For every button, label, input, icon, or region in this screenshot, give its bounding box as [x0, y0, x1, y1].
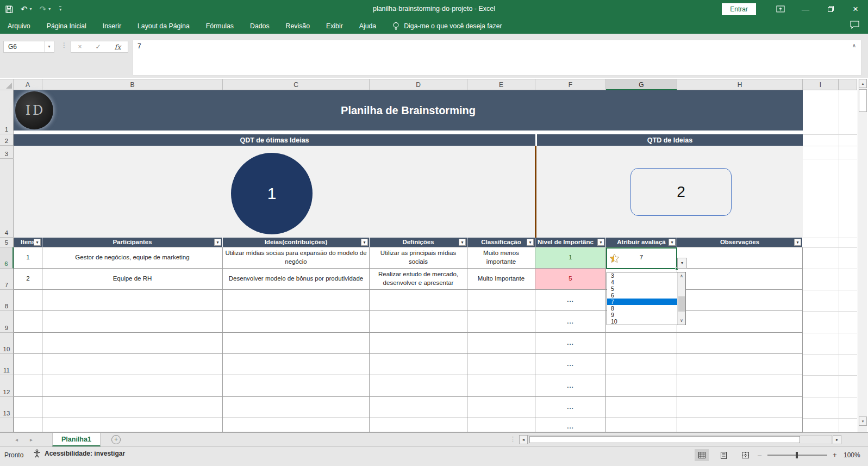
cell[interactable]	[14, 418, 42, 432]
tab-revisao[interactable]: Revisão	[286, 22, 310, 30]
column-header-e[interactable]: E	[467, 79, 535, 90]
tab-arquivo[interactable]: Arquivo	[8, 22, 30, 30]
ideas-count-shape[interactable]: 2	[630, 168, 732, 216]
column-header-d[interactable]: D	[370, 79, 467, 90]
filter-icon[interactable]: ▾	[214, 239, 221, 246]
cell[interactable]	[467, 418, 535, 432]
cell[interactable]	[606, 418, 677, 432]
row-header-11[interactable]: 11	[0, 354, 14, 375]
scrollbar-resize-handle[interactable]: ⋮	[510, 436, 516, 443]
tab-layout-da-pagina[interactable]: Layout da Página	[138, 22, 190, 30]
row-header-12[interactable]: 12	[0, 375, 14, 397]
cell[interactable]	[223, 311, 370, 333]
cell[interactable]	[677, 333, 803, 354]
row-header-3[interactable]: 3	[0, 146, 14, 159]
accessibility-status[interactable]: Acessibilidade: investigar	[33, 449, 125, 458]
cell[interactable]	[467, 290, 535, 311]
header-observacoes[interactable]: Observações▾	[677, 238, 803, 247]
cell[interactable]	[370, 397, 467, 418]
scroll-left-icon[interactable]: ◂	[519, 435, 528, 444]
page-layout-view-icon[interactable]	[716, 449, 730, 461]
minimize-icon[interactable]: —	[793, 0, 818, 18]
header-itens[interactable]: Itens▾	[14, 238, 42, 247]
header-participantes[interactable]: Participantes▾	[42, 238, 223, 247]
cell[interactable]	[370, 311, 467, 333]
horizontal-scrollbar[interactable]	[528, 435, 832, 444]
tell-me-box[interactable]: Diga-me o que você deseja fazer	[392, 22, 502, 30]
close-icon[interactable]: ×	[843, 0, 868, 18]
cell[interactable]	[370, 418, 467, 432]
cell-h7[interactable]	[677, 269, 803, 290]
sign-in-button[interactable]: Entrar	[722, 3, 756, 15]
dropdown-option-4[interactable]: 4	[607, 279, 677, 285]
cell-a6[interactable]: 1	[14, 247, 42, 269]
tab-inserir[interactable]: Inserir	[103, 22, 121, 30]
cell-f11[interactable]: ...	[535, 354, 606, 375]
cell[interactable]	[606, 375, 677, 397]
great-ideas-count-shape[interactable]: 1	[231, 153, 313, 234]
normal-view-icon[interactable]	[695, 449, 709, 461]
ribbon-display-options-icon[interactable]	[768, 0, 793, 18]
column-header-a[interactable]: A	[14, 79, 42, 90]
cell[interactable]	[467, 375, 535, 397]
cell[interactable]	[467, 397, 535, 418]
column-header-i[interactable]: I	[803, 79, 839, 90]
cell[interactable]	[467, 333, 535, 354]
cell-f14[interactable]: ...	[535, 418, 606, 432]
cell[interactable]	[14, 290, 42, 311]
column-header-f[interactable]: F	[535, 79, 606, 90]
cell-f13[interactable]: ...	[535, 397, 606, 418]
cell[interactable]	[606, 333, 677, 354]
cell[interactable]	[677, 418, 803, 432]
cell[interactable]	[14, 375, 42, 397]
filter-icon[interactable]: ▾	[361, 239, 368, 246]
row-header-8[interactable]: 8	[0, 290, 14, 311]
filter-icon[interactable]: ▾	[527, 239, 534, 246]
dropdown-option-7-selected[interactable]: 7	[607, 299, 677, 305]
cell[interactable]	[42, 311, 223, 333]
formula-bar-input[interactable]: 7	[133, 40, 861, 76]
column-header-partial[interactable]	[839, 79, 857, 90]
row-header-6[interactable]: 6	[0, 247, 14, 269]
scroll-up-icon[interactable]: ▴	[859, 79, 867, 88]
cell-h6[interactable]	[677, 247, 803, 269]
column-header-c[interactable]: C	[223, 79, 370, 90]
cell[interactable]	[223, 354, 370, 375]
column-header-g[interactable]: G	[606, 79, 677, 90]
previous-sheet-icon[interactable]: ◂	[15, 437, 18, 443]
cell-f12[interactable]: ...	[535, 375, 606, 397]
header-ideias[interactable]: Ideias(contribuições)▾	[223, 238, 370, 247]
cell[interactable]	[42, 397, 223, 418]
name-box-dropdown-icon[interactable]: ▾	[44, 41, 54, 52]
dropdown-option-10[interactable]: 10	[607, 318, 677, 325]
scroll-down-icon[interactable]: ▾	[859, 417, 867, 426]
filter-icon[interactable]: ▾	[597, 239, 604, 246]
cell-f6[interactable]: 1	[535, 247, 606, 269]
cell[interactable]	[677, 311, 803, 333]
dropdown-option-3[interactable]: 3	[607, 272, 677, 279]
next-sheet-icon[interactable]: ▸	[30, 437, 33, 443]
cell-e7[interactable]: Muito Importante	[467, 269, 535, 290]
cell-f9[interactable]: ...	[535, 311, 606, 333]
scrollbar-thumb[interactable]	[678, 296, 685, 312]
filter-icon[interactable]: ▾	[794, 239, 801, 246]
cell[interactable]	[370, 354, 467, 375]
vertical-scrollbar[interactable]: ▴ ▾	[858, 79, 867, 432]
dropdown-option-8[interactable]: 8	[607, 305, 677, 312]
cell[interactable]	[42, 333, 223, 354]
header-atribuir-avaliacao[interactable]: Atribuir avaliaçã▾	[606, 238, 677, 247]
cell[interactable]	[606, 397, 677, 418]
column-header-b[interactable]: B	[42, 79, 223, 90]
cell-b6[interactable]: Gestor de negócios, equipe de marketing	[42, 247, 223, 269]
header-nivel-importancia[interactable]: Nivel de Importânc▾	[535, 238, 606, 247]
cell[interactable]	[370, 375, 467, 397]
cell[interactable]	[14, 397, 42, 418]
cell[interactable]	[223, 397, 370, 418]
cell-c7[interactable]: Desenvolver modelo de bônus por produtiv…	[223, 269, 370, 290]
cell[interactable]	[14, 311, 42, 333]
zoom-in-icon[interactable]: +	[833, 451, 837, 459]
scroll-up-icon[interactable]: ∧	[678, 272, 685, 280]
enter-icon[interactable]: ✓	[95, 43, 101, 51]
filter-icon[interactable]: ▾	[669, 239, 676, 246]
cell-f7[interactable]: 5	[535, 269, 606, 290]
